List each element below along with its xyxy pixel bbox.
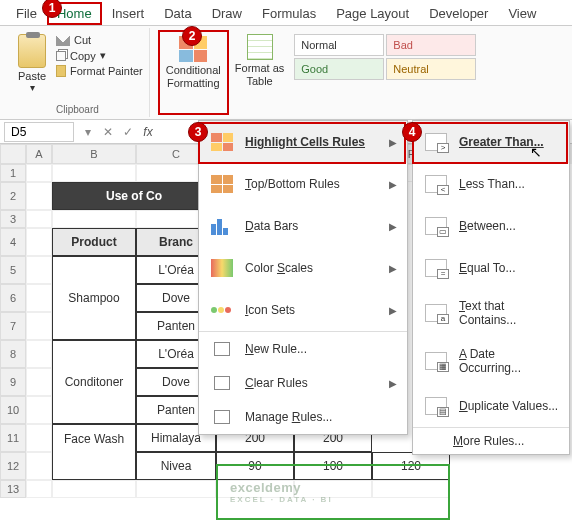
menu-manage-rules[interactable]: Manage Rules... <box>199 400 407 434</box>
row-9[interactable]: 9 <box>0 368 26 396</box>
new-rule-label: ew Rule... <box>254 342 307 356</box>
row-13[interactable]: 13 <box>0 480 26 498</box>
format-painter-label: Format Painter <box>70 65 143 77</box>
cell-B8[interactable] <box>52 340 136 368</box>
date-occurring-icon: ▦ <box>425 352 447 370</box>
cell-B12[interactable] <box>52 452 136 480</box>
greater-than-icon: > <box>425 133 447 151</box>
chevron-down-icon[interactable]: ▾ <box>100 49 106 62</box>
menu-more-rules[interactable]: More Rules... <box>413 427 569 454</box>
cell-E12[interactable]: 100 <box>294 452 372 480</box>
brush-icon <box>56 65 66 77</box>
text-contains-icon: a <box>425 304 447 322</box>
text-contains-label: ext that Contains... <box>459 299 516 327</box>
callout-marker-4: 4 <box>402 122 422 142</box>
menu-greater-than[interactable]: > Greater Than... <box>413 121 569 163</box>
title-cell[interactable]: Use of Co <box>52 182 216 210</box>
between-label: etween... <box>467 219 516 233</box>
cell-B9[interactable]: Conditoner <box>52 368 136 396</box>
fx-button[interactable]: fx <box>138 125 158 139</box>
col-A[interactable]: A <box>26 144 52 164</box>
menu-icon-sets[interactable]: Icon Sets ▶ <box>199 289 407 331</box>
paste-icon <box>18 34 46 68</box>
paste-button[interactable]: Paste ▾ <box>10 30 54 102</box>
highlight-cells-icon <box>211 133 233 151</box>
row-1[interactable]: 1 <box>0 164 26 182</box>
menu-highlight-cells-rules[interactable]: Highlight Cells Rules ▶ <box>199 121 407 163</box>
cell-styles-gallery[interactable]: Normal Bad Good Neutral <box>290 30 480 115</box>
tab-pagelayout[interactable]: Page Layout <box>326 2 419 25</box>
cell-F12[interactable]: 120 <box>372 452 450 480</box>
row-4[interactable]: 4 <box>0 228 26 256</box>
header-product[interactable]: Product <box>52 228 136 256</box>
menu-clear-rules[interactable]: Clear Rules ▶ <box>199 366 407 400</box>
menu-equal-to[interactable]: = Equal To... <box>413 247 569 289</box>
tab-file[interactable]: File <box>6 2 47 25</box>
cell-C12[interactable]: Nivea <box>136 452 216 480</box>
tab-view[interactable]: View <box>498 2 546 25</box>
group-styles-buttons: Conditional Formatting Format as Table N… <box>154 28 485 117</box>
tab-formulas[interactable]: Formulas <box>252 2 326 25</box>
submenu-arrow-icon: ▶ <box>389 221 397 232</box>
style-normal[interactable]: Normal <box>294 34 384 56</box>
menu-between[interactable]: ▭ Between... <box>413 205 569 247</box>
tab-data[interactable]: Data <box>154 2 201 25</box>
copy-button[interactable]: Copy ▾ <box>56 49 143 62</box>
color-scales-icon <box>211 259 233 277</box>
submenu-arrow-icon: ▶ <box>389 179 397 190</box>
new-rule-icon <box>214 342 230 356</box>
menu-new-rule[interactable]: New Rule... <box>199 331 407 366</box>
cancel-formula-button[interactable]: ✕ <box>98 125 118 139</box>
submenu-arrow-icon: ▶ <box>389 263 397 274</box>
style-neutral[interactable]: Neutral <box>386 58 476 80</box>
cell-B5[interactable] <box>52 256 136 284</box>
menu-data-bars[interactable]: Data Bars ▶ <box>199 205 407 247</box>
clear-rules-icon <box>214 376 230 390</box>
equal-to-label: qual To... <box>467 261 515 275</box>
row-12[interactable]: 12 <box>0 452 26 480</box>
format-as-table-label: Format as Table <box>235 62 285 88</box>
name-box[interactable] <box>4 122 74 142</box>
row-3[interactable]: 3 <box>0 210 26 228</box>
row-8[interactable]: 8 <box>0 340 26 368</box>
menu-top-bottom-rules[interactable]: Top/Bottom Rules ▶ <box>199 163 407 205</box>
row-7[interactable]: 7 <box>0 312 26 340</box>
submenu-arrow-icon: ▶ <box>389 378 397 389</box>
select-all[interactable] <box>0 144 26 164</box>
row-10[interactable]: 10 <box>0 396 26 424</box>
namebox-dropdown[interactable]: ▾ <box>78 125 98 139</box>
style-good[interactable]: Good <box>294 58 384 80</box>
col-B[interactable]: B <box>52 144 136 164</box>
row-5[interactable]: 5 <box>0 256 26 284</box>
menu-text-contains[interactable]: a Text that Contains... <box>413 289 569 337</box>
menu-date-occurring[interactable]: ▦ A Date Occurring... <box>413 337 569 385</box>
row-6[interactable]: 6 <box>0 284 26 312</box>
scissors-icon <box>56 34 70 46</box>
format-as-table-button[interactable]: Format as Table <box>229 30 291 115</box>
row-11[interactable]: 11 <box>0 424 26 452</box>
format-painter-button[interactable]: Format Painter <box>56 65 143 77</box>
cell-B10[interactable] <box>52 396 136 424</box>
cut-button[interactable]: Cut <box>56 34 143 46</box>
chevron-down-icon[interactable]: ▾ <box>30 82 35 93</box>
tab-draw[interactable]: Draw <box>202 2 252 25</box>
menu-color-scales[interactable]: Color Scales ▶ <box>199 247 407 289</box>
menu-less-than[interactable]: < Less Than... <box>413 163 569 205</box>
tab-insert[interactable]: Insert <box>102 2 155 25</box>
tab-developer[interactable]: Developer <box>419 2 498 25</box>
data-bars-icon <box>211 217 233 235</box>
icon-sets-icon <box>211 301 233 319</box>
top-bottom-label: op/Bottom Rules <box>251 177 340 191</box>
highlight-cells-submenu: > Greater Than... < Less Than... ▭ Betwe… <box>412 120 570 455</box>
cell-B11[interactable]: Face Wash <box>52 424 136 452</box>
cell-B7[interactable] <box>52 312 136 340</box>
manage-rules-icon <box>214 410 230 424</box>
between-icon: ▭ <box>425 217 447 235</box>
watermark: exceldemy EXCEL · DATA · BI <box>230 480 333 504</box>
cell-B6[interactable]: Shampoo <box>52 284 136 312</box>
enter-formula-button[interactable]: ✓ <box>118 125 138 139</box>
style-bad[interactable]: Bad <box>386 34 476 56</box>
row-2[interactable]: 2 <box>0 182 26 210</box>
menu-duplicate-values[interactable]: ▤ Duplicate Values... <box>413 385 569 427</box>
cell-D12[interactable]: 90 <box>216 452 294 480</box>
